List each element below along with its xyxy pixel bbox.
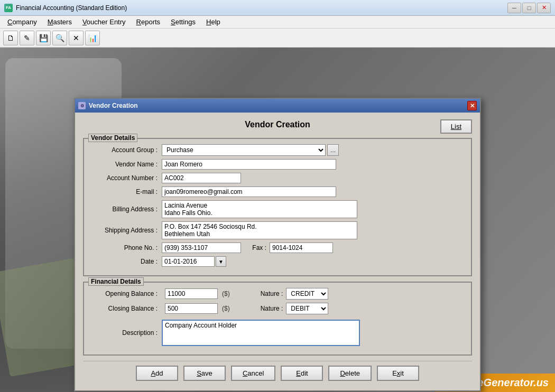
email-label: E-mail : bbox=[90, 188, 162, 195]
closing-nature-select[interactable]: DEBIT CREDIT bbox=[286, 303, 328, 314]
phone-fax-row: Phone No. : Fax : bbox=[90, 242, 465, 253]
menu-voucher-entry[interactable]: Voucher Entry bbox=[77, 17, 131, 27]
dialog-title-bar: ⚙ Vendor Creation ✕ bbox=[75, 99, 480, 113]
toolbar: 🗋 ✎ 💾 🔍 ✕ 📊 bbox=[0, 29, 555, 48]
save-button[interactable]: Save bbox=[183, 366, 226, 381]
email-input[interactable] bbox=[162, 186, 336, 197]
toolbar-search[interactable]: 🔍 bbox=[52, 31, 67, 45]
dialog-close-button[interactable]: ✕ bbox=[467, 101, 477, 110]
list-button[interactable]: List bbox=[440, 119, 472, 134]
window-controls: ─ □ ✕ bbox=[507, 3, 551, 13]
toolbar-delete[interactable]: ✕ bbox=[69, 31, 84, 45]
button-bar: Add Save Cancel Edit Delete Exit bbox=[83, 361, 472, 385]
closing-balance-label: Closing Balance : bbox=[90, 305, 162, 312]
maximize-button[interactable]: □ bbox=[522, 3, 536, 13]
description-input[interactable]: Company Account Holder bbox=[162, 320, 360, 346]
shipping-address-input[interactable]: P.O. Box 147 2546 Sociosqu Rd. Bethlehem… bbox=[162, 221, 357, 239]
menu-reports[interactable]: Reports bbox=[131, 17, 166, 27]
opening-balance-label: Opening Balance : bbox=[90, 290, 162, 297]
date-input[interactable] bbox=[162, 256, 215, 267]
fax-input[interactable] bbox=[270, 242, 333, 253]
opening-nature-select[interactable]: CREDIT DEBIT bbox=[286, 288, 328, 300]
closing-balance-input[interactable] bbox=[165, 303, 218, 314]
date-row: Date : ▼ bbox=[90, 256, 465, 267]
opening-nature-label: Nature : bbox=[261, 290, 283, 297]
toolbar-new[interactable]: 🗋 bbox=[3, 31, 18, 45]
background-area: ⚙ Vendor Creation ✕ Vendor Creation List… bbox=[0, 48, 555, 392]
vendor-name-label: Vendor Name : bbox=[90, 161, 162, 168]
dialog-overlay: ⚙ Vendor Creation ✕ Vendor Creation List… bbox=[0, 95, 555, 392]
account-number-label: Account Number : bbox=[90, 174, 162, 182]
account-number-input[interactable] bbox=[162, 173, 241, 183]
description-label: Description : bbox=[90, 329, 162, 337]
menu-bar: Company Masters Voucher Entry Reports Se… bbox=[0, 16, 555, 29]
close-button[interactable]: ✕ bbox=[537, 3, 551, 13]
date-wrapper: ▼ bbox=[162, 256, 226, 267]
dialog-body: Vendor Creation List Vendor Details Acco… bbox=[75, 113, 480, 390]
date-picker-button[interactable]: ▼ bbox=[216, 256, 226, 267]
fax-label: Fax : bbox=[243, 244, 270, 251]
add-button[interactable]: Add bbox=[136, 366, 178, 381]
vendor-creation-dialog: ⚙ Vendor Creation ✕ Vendor Creation List… bbox=[74, 98, 481, 391]
toolbar-save[interactable]: 💾 bbox=[36, 31, 51, 45]
billing-address-row: Billing Address : Lacinia Avenue Idaho F… bbox=[90, 200, 465, 218]
app-icon: FA bbox=[4, 4, 13, 12]
title-bar: FA Financial Accounting (Standard Editio… bbox=[0, 0, 555, 16]
financial-details-section: Financial Details Opening Balance : ($) … bbox=[83, 282, 472, 356]
closing-balance-row: Closing Balance : ($) Nature : DEBIT CRE… bbox=[90, 303, 465, 314]
account-number-row: Account Number : bbox=[90, 173, 465, 183]
shipping-address-label: Shipping Address : bbox=[90, 227, 162, 234]
account-group-browse[interactable]: … bbox=[327, 144, 339, 156]
toolbar-edit[interactable]: ✎ bbox=[20, 31, 34, 45]
menu-masters[interactable]: Masters bbox=[42, 17, 77, 27]
vendor-details-section: Vendor Details Account Group : Purchase … bbox=[83, 138, 472, 276]
shipping-address-row: Shipping Address : P.O. Box 147 2546 Soc… bbox=[90, 221, 465, 239]
vendor-name-input[interactable] bbox=[162, 159, 336, 170]
opening-balance-row: Opening Balance : ($) Nature : CREDIT DE… bbox=[90, 288, 465, 300]
billing-address-label: Billing Address : bbox=[90, 206, 162, 213]
opening-balance-input[interactable] bbox=[165, 288, 218, 299]
description-row: Description : Company Account Holder bbox=[90, 320, 465, 346]
dialog-title: Vendor Creation bbox=[89, 102, 138, 109]
menu-settings[interactable]: Settings bbox=[165, 17, 201, 27]
email-row: E-mail : bbox=[90, 186, 465, 197]
billing-address-input[interactable]: Lacinia Avenue Idaho Falls Ohio. bbox=[162, 200, 357, 218]
date-label: Date : bbox=[90, 258, 162, 265]
phone-label: Phone No. : bbox=[90, 244, 162, 251]
dialog-heading: Vendor Creation bbox=[83, 118, 472, 132]
menu-company[interactable]: Company bbox=[2, 17, 42, 27]
account-group-row: Account Group : Purchase Sales Cash Bank… bbox=[90, 144, 465, 156]
closing-currency: ($) bbox=[221, 305, 231, 312]
account-group-select[interactable]: Purchase Sales Cash Bank bbox=[162, 144, 326, 156]
closing-nature-label: Nature : bbox=[261, 305, 283, 312]
delete-button[interactable]: Delete bbox=[328, 366, 372, 381]
phone-input[interactable] bbox=[162, 242, 241, 253]
menu-help[interactable]: Help bbox=[201, 17, 226, 27]
vendor-name-row: Vendor Name : bbox=[90, 159, 465, 170]
cancel-button[interactable]: Cancel bbox=[231, 366, 275, 381]
dialog-icon: ⚙ bbox=[78, 102, 86, 109]
account-group-wrapper: Purchase Sales Cash Bank … bbox=[162, 144, 339, 156]
financial-details-legend: Financial Details bbox=[88, 277, 144, 286]
toolbar-report[interactable]: 📊 bbox=[85, 31, 100, 45]
edit-button[interactable]: Edit bbox=[281, 366, 323, 381]
minimize-button[interactable]: ─ bbox=[507, 3, 521, 13]
account-group-label: Account Group : bbox=[90, 146, 162, 154]
opening-currency: ($) bbox=[221, 290, 231, 297]
exit-button[interactable]: Exit bbox=[377, 366, 419, 381]
vendor-details-legend: Vendor Details bbox=[88, 134, 137, 142]
app-title: Financial Accounting (Standard Edition) bbox=[16, 4, 507, 12]
